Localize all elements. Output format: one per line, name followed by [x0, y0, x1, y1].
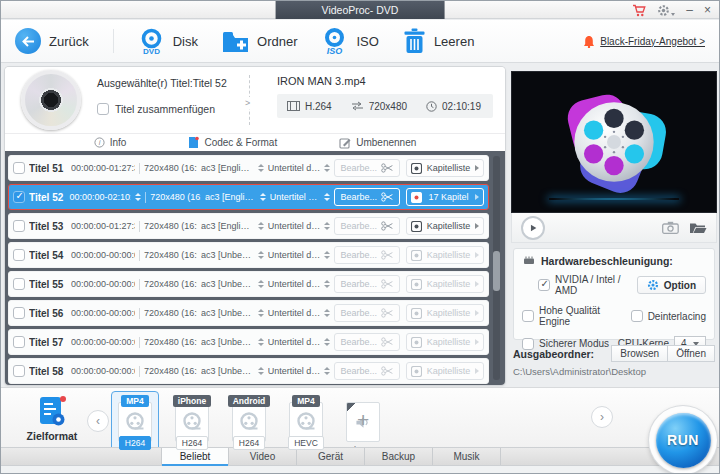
row-checkbox[interactable]	[13, 365, 25, 377]
back-button[interactable]: Zurück	[15, 28, 89, 54]
table-row[interactable]: Titel 57 00:00:00-00:00:00 720x480 (16:9…	[8, 329, 489, 355]
chapter-list-button[interactable]: Kapitelliste	[406, 275, 484, 293]
hw-accel-checkbox[interactable]	[538, 279, 550, 291]
merge-titles-checkbox[interactable]	[97, 103, 109, 115]
subtitle-spinner-icon[interactable]	[324, 309, 330, 317]
chapter-list-button[interactable]: Kapitelliste	[406, 246, 484, 264]
subtitle-select[interactable]: Untertitel deakti...	[268, 337, 321, 347]
time-spinner-icon[interactable]	[135, 193, 141, 201]
subtitle-select[interactable]: Untertitel deakti...	[268, 250, 321, 260]
table-row[interactable]: Titel 54 00:00:00-00:00:00 720x480 (16:9…	[8, 242, 489, 268]
tab-info[interactable]: i Info	[94, 137, 127, 148]
subtitle-spinner-icon[interactable]	[324, 251, 330, 259]
row-checkbox[interactable]	[13, 249, 25, 261]
iso-button[interactable]: ISO ISO	[321, 28, 378, 55]
chapter-list-button[interactable]: Kapitelliste	[406, 159, 484, 177]
table-row[interactable]: Titel 58 00:00:00-00:00:00 720x480 (16:9…	[8, 358, 489, 384]
subtitle-select[interactable]: Untertitel deakti...	[268, 308, 321, 318]
edit-button[interactable]: Bearbe...	[334, 159, 400, 177]
audio-track-select[interactable]: ac3 [Unbekannt] ...	[201, 250, 254, 260]
tab-video[interactable]: Video	[229, 448, 297, 465]
audio-track-select[interactable]: ac3 [Unbekannt] ...	[201, 279, 254, 289]
table-row[interactable]: Titel 56 00:00:00-00:00:00 720x480 (16:9…	[8, 300, 489, 326]
tab-rename[interactable]: Umbenennen	[339, 137, 416, 149]
tab-gerät[interactable]: Gerät	[297, 448, 365, 465]
minimize-button[interactable]: –	[686, 4, 693, 16]
target-format-button[interactable]: Zielformat	[17, 395, 87, 442]
subtitle-spinner-icon[interactable]	[324, 222, 330, 230]
format-card[interactable]: Android H264	[225, 391, 273, 454]
subtitle-spinner-icon[interactable]	[324, 280, 330, 288]
subtitle-select[interactable]: Untertitel deakti...	[268, 366, 321, 376]
audio-spinner-icon[interactable]	[258, 338, 264, 346]
option-button[interactable]: Option	[637, 276, 706, 294]
snapshot-camera-icon[interactable]	[662, 221, 679, 234]
cart-icon[interactable]	[632, 4, 646, 17]
disk-button[interactable]: DVD Disk	[138, 28, 198, 55]
audio-spinner-icon[interactable]	[258, 367, 264, 375]
audio-track-select[interactable]: ac3 [English] 6ch	[205, 192, 256, 202]
row-checkbox[interactable]	[13, 191, 25, 203]
audio-track-select[interactable]: ac3 [Unbekannt] ...	[201, 337, 254, 347]
audio-spinner-icon[interactable]	[258, 309, 264, 317]
edit-button[interactable]: Bearbe...	[334, 333, 400, 351]
run-button[interactable]: RUN	[656, 413, 711, 468]
edit-button[interactable]: Bearbe...	[334, 188, 400, 206]
tab-codec-format[interactable]: Codec & Format	[188, 136, 277, 149]
audio-track-select[interactable]: ac3 [English] 6ch	[201, 163, 254, 173]
deinterlacing-checkbox[interactable]	[631, 310, 643, 322]
audio-spinner-icon[interactable]	[258, 251, 264, 259]
play-button[interactable]	[521, 216, 545, 240]
audio-spinner-icon[interactable]	[258, 222, 264, 230]
scrollbar-track[interactable]	[493, 156, 500, 380]
tab-musik[interactable]: Musik	[433, 448, 501, 465]
edit-button[interactable]: Bearbe...	[334, 275, 400, 293]
table-row[interactable]: Titel 53 00:00:00-01:27:35 720x480 (16:9…	[8, 213, 489, 239]
format-card[interactable]: iPhone H264	[168, 391, 216, 454]
add-format-button[interactable]: +	[357, 408, 369, 432]
close-button[interactable]: ×	[704, 4, 711, 16]
video-preview[interactable]	[511, 71, 717, 213]
row-checkbox[interactable]	[13, 336, 25, 348]
edit-button[interactable]: Bearbe...	[334, 362, 400, 380]
audio-track-select[interactable]: ac3 [English] 6ch	[201, 221, 254, 231]
scroll-right-button[interactable]: ›	[591, 406, 613, 428]
row-checkbox[interactable]	[13, 162, 25, 174]
row-checkbox[interactable]	[13, 307, 25, 319]
audio-spinner-icon[interactable]	[258, 164, 264, 172]
audio-spinner-icon[interactable]	[258, 280, 264, 288]
subtitle-spinner-icon[interactable]	[324, 164, 330, 172]
open-folder-icon[interactable]	[689, 221, 707, 234]
edit-button[interactable]: Bearbe...	[334, 304, 400, 322]
black-friday-offer-link[interactable]: Black-Friday-Angebot >	[583, 35, 705, 48]
row-checkbox[interactable]	[13, 220, 25, 232]
chapter-list-button[interactable]: Kapitelliste	[406, 304, 484, 322]
audio-track-select[interactable]: ac3 [Unbekannt] ...	[201, 366, 254, 376]
table-row[interactable]: Titel 52 00:00:00-02:10:18 720x480 (16:9…	[8, 184, 489, 210]
browse-button[interactable]: Browsen	[611, 345, 668, 362]
subtitle-spinner-icon[interactable]	[324, 193, 330, 201]
chapter-list-button[interactable]: Kapitelliste	[406, 333, 484, 351]
table-row[interactable]: Titel 51 00:00:00-01:27:35 720x480 (16:9…	[8, 155, 489, 181]
audio-track-select[interactable]: ac3 [Unbekannt] ...	[201, 308, 254, 318]
folder-button[interactable]: Ordner	[222, 30, 297, 53]
subtitle-spinner-icon[interactable]	[324, 338, 330, 346]
audio-spinner-icon[interactable]	[260, 193, 266, 201]
edit-button[interactable]: Bearbe...	[334, 246, 400, 264]
chapter-list-button[interactable]: Kapitelliste	[406, 362, 484, 380]
subtitle-select[interactable]: Untertitel deakti...	[268, 279, 321, 289]
format-card[interactable]: MP4 HEVC	[282, 391, 330, 454]
high-quality-checkbox[interactable]	[522, 310, 534, 322]
tab-backup[interactable]: Backup	[365, 448, 433, 465]
subtitle-select[interactable]: Untertitel deakti...	[268, 221, 321, 231]
subtitle-select[interactable]: Untertitel deakti..	[270, 192, 321, 202]
open-button[interactable]: Öffnen	[668, 345, 715, 362]
empty-button[interactable]: Leeren	[403, 28, 474, 54]
table-row[interactable]: Titel 55 00:00:00-00:00:00 720x480 (16:9…	[8, 271, 489, 297]
scrollbar-thumb[interactable]	[493, 251, 500, 291]
tab-beliebt[interactable]: Beliebt	[161, 448, 229, 465]
chapter-list-button[interactable]: Kapitelliste	[406, 217, 484, 235]
scroll-left-button[interactable]: ‹	[87, 410, 109, 432]
edit-button[interactable]: Bearbe...	[334, 217, 400, 235]
subtitle-select[interactable]: Untertitel deakti...	[268, 163, 321, 173]
